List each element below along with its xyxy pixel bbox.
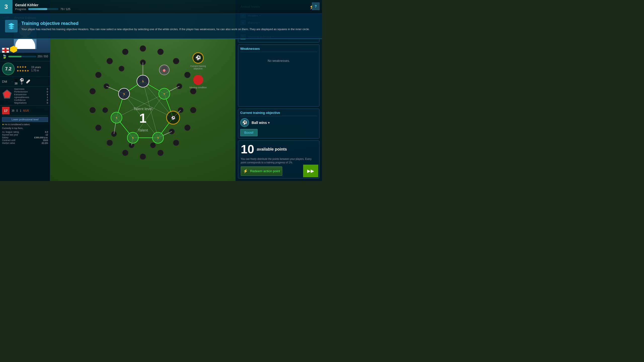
svg-point-15 [95, 72, 101, 78]
points-row: 10 available points [241, 143, 317, 155]
player-level-badge: 3 [0, 0, 13, 14]
confidence-row: Confidence 0 [14, 99, 48, 101]
injured-val: 12 [46, 133, 48, 136]
perfectionism-row: Perfectionism 0 [14, 90, 48, 93]
missing-condition-icon [193, 75, 203, 85]
help-button[interactable]: ? [312, 3, 319, 10]
stat-icon-2: ⚽ 0 [20, 78, 24, 85]
boost-button[interactable]: Boost! [240, 129, 258, 136]
training-wheel: ⚽ 🏃 🏃 🏃 🏃 🏃 🏃 🎯 Talent level 1 Talent [70, 40, 216, 180]
market-val: £2.2m [42, 142, 48, 144]
svg-text:🏃: 🏃 [131, 136, 135, 140]
stars-bottom: ★★★★★ [17, 69, 29, 72]
notification-bar: Training objective reached Your player h… [0, 14, 322, 39]
available-points-label: available points [257, 147, 287, 152]
svg-point-9 [140, 154, 146, 160]
svg-point-23 [150, 143, 156, 148]
player-rating: 7.2 [2, 63, 15, 75]
stars-top: ★★★★ [17, 65, 29, 69]
svg-point-12 [95, 125, 101, 131]
missing-condition-legend: Missing condition [188, 75, 208, 89]
current-objective-panel-title: Current training objective [240, 111, 317, 116]
progress-bar [28, 8, 58, 10]
pentagon-icon [3, 89, 12, 99]
av-rating-row: Av. league rating 4.0 [2, 131, 48, 133]
stars-section: ★★★★ ★★★★★ [17, 65, 29, 72]
stat2-val: 0 [21, 82, 22, 85]
xp-text: 259 / 550 [37, 55, 48, 58]
perfectionism-val: 0 [47, 90, 48, 93]
openness-val: 0 [47, 88, 48, 90]
svg-point-26 [102, 107, 108, 113]
stat-icon-1: ⊞ 38 [15, 78, 18, 85]
extraversion-row: Extraversion 4 [14, 93, 48, 96]
personality-icon [2, 88, 12, 100]
position-row: DM - ⊞ 38 ⚽ 0 🩹 [0, 77, 50, 86]
progress-text: 79 / 125 [60, 8, 70, 11]
svg-point-2 [173, 58, 179, 64]
xp-bar [8, 56, 36, 57]
current-objective-legend: ⚽ Current training objective [188, 52, 208, 70]
talent-note: ★ He is considered a talent. [2, 123, 48, 126]
svg-point-13 [90, 107, 96, 113]
notification-content: Training objective reached Your player h… [21, 21, 310, 31]
shirt-stat1: 38 [12, 109, 14, 112]
notification-icon [5, 20, 18, 32]
next-button[interactable] [303, 165, 318, 177]
player-height: 1.70 m [31, 69, 41, 72]
negotiations-row: Negotiations 0 [14, 102, 48, 104]
no-weaknesses-text: No weaknesses. [240, 59, 317, 63]
training-wheel-area: ⚽ 🏃 🏃 🏃 🏃 🏃 🏃 🎯 Talent level 1 Talent [50, 39, 235, 181]
negotiations-val: 0 [47, 102, 48, 104]
shirt-stat4: 6/1/0 [23, 109, 29, 112]
av-rating-val: 4.0 [45, 131, 48, 133]
progress-fill [28, 8, 47, 10]
openness-row: Openness 0 [14, 88, 48, 90]
notification-text: Your player has reached his training obj… [21, 27, 310, 31]
svg-point-28 [119, 66, 124, 71]
svg-text:⚽: ⚽ [171, 116, 175, 120]
top-bar: 3 Gerald Köhler Progress 79 / 125 ⚡ 5 [0, 0, 322, 14]
redeem-action-point-button[interactable]: ⚡ Redeem action point [241, 166, 282, 176]
confidence-label: Confidence [14, 99, 26, 101]
points-description: You can freely distribute the points bet… [241, 157, 317, 164]
notification-title: Training objective reached [21, 21, 310, 26]
manager-name: Gerald Köhler [15, 3, 303, 7]
svg-text:🏃: 🏃 [114, 116, 118, 120]
position-dash: - [12, 80, 13, 83]
svg-point-0 [140, 46, 146, 52]
level-badge: Lower professional level [2, 117, 48, 122]
shirt-row: 17 38 0 1 6/1/0 [2, 107, 48, 116]
player-meta-section: 19 years 1.70 m [31, 66, 41, 72]
svg-text:🏃: 🏃 [162, 92, 166, 96]
svg-text:Talent: Talent [138, 128, 148, 132]
shirt-stat3: 1 [20, 109, 21, 112]
england-flag [2, 48, 9, 53]
stat1-val: 38 [15, 82, 17, 85]
contract-row: Contract until 2023 [2, 139, 48, 142]
svg-point-5 [190, 107, 196, 113]
personality-stats: Openness 0 Perfectionism 0 Extraversion … [14, 88, 48, 104]
salary-row: Salary £389,000 p.a. [2, 136, 48, 139]
svg-point-4 [190, 88, 196, 94]
form-note: Currently in top form. [2, 127, 48, 129]
shirt-number: 17 [2, 107, 10, 114]
confidence-val: 0 [47, 99, 48, 101]
missing-condition-legend-label: Missing condition [189, 86, 207, 89]
svg-point-6 [184, 125, 190, 131]
objective-icon: ⚽ [240, 118, 249, 127]
svg-text:🏃: 🏃 [122, 92, 126, 96]
current-objective-section: Current training objective ⚽ Ball wins +… [238, 109, 319, 139]
contract-val: 2023 [43, 139, 48, 142]
market-value-row: Market value £2.2m [2, 142, 48, 144]
weaknesses-title: Weaknesses [240, 47, 317, 52]
available-points-number: 10 [241, 143, 254, 155]
svg-point-16 [107, 58, 113, 64]
xp-fill [8, 56, 21, 57]
svg-text:Talent level: Talent level [133, 107, 152, 111]
svg-text:🏃: 🏃 [156, 136, 160, 140]
current-objective-icon: ⚽ [192, 52, 204, 64]
xp-section: 🍃 259 / 550 [0, 53, 50, 61]
shirt-stat2: 0 [16, 109, 18, 112]
progress-label: Progress [15, 8, 26, 11]
